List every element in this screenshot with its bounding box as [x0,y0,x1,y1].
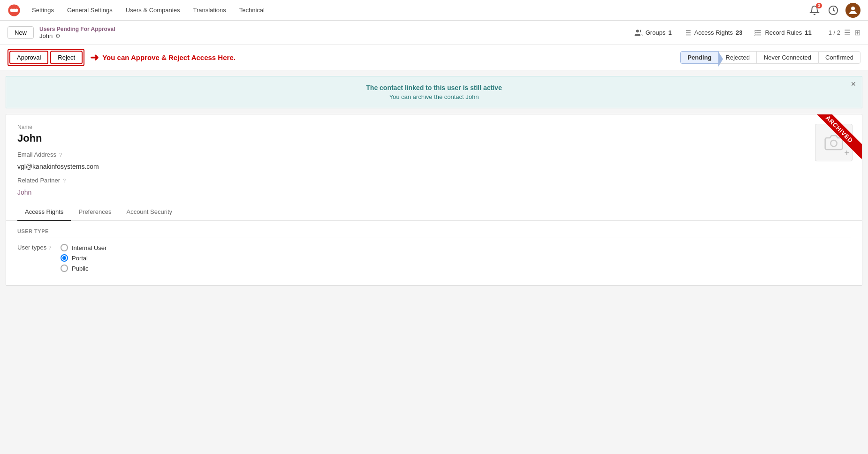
breadcrumb-current-label: John [39,32,53,39]
record-rules-label: Record Rules [765,29,802,36]
radio-internal-circle [61,244,68,251]
approval-button[interactable]: Approval [9,51,48,64]
nav-users-companies[interactable]: Users & Companies [120,4,186,16]
odoo-logo[interactable] [8,4,21,17]
name-label: Name [17,124,851,130]
user-avatar[interactable] [845,3,860,18]
record-rules-icon [754,29,762,37]
notification-icon[interactable]: 3 [808,4,821,17]
tab-preferences[interactable]: Preferences [71,204,119,221]
record-rules-count: 11 [805,29,811,36]
user-form: ARCHIVED + Name John Email Address ? vgl… [6,114,862,286]
status-pending[interactable]: Pending [680,51,718,64]
nav-general-settings[interactable]: General Settings [61,4,118,16]
section-user-type: USER TYPE [17,228,851,237]
groups-label: Groups [646,29,666,36]
notice-close-icon[interactable]: ✕ [851,80,856,88]
toolbar-right: 1 / 2 ☰ ⊞ [829,28,860,37]
camera-icon [824,133,843,152]
access-rights-stat[interactable]: Access Rights 23 [683,29,743,37]
groups-icon [634,29,643,37]
status-confirmed[interactable]: Confirmed [818,51,860,64]
main-content: ✕ The contact linked to this user is sti… [0,76,868,286]
radio-portal-label: Portal [72,255,88,262]
stat-buttons: Groups 1 Access Rights 23 Record Rules 1… [634,29,812,37]
partner-label: Related Partner [17,177,60,184]
clock-icon[interactable] [827,4,840,17]
email-label: Email Address [17,151,56,158]
breadcrumb-link[interactable]: Users Pending For Approval [39,26,115,32]
nav-translations[interactable]: Translations [187,4,231,16]
svg-point-6 [636,30,639,32]
tab-account-security[interactable]: Account Security [119,204,180,221]
notification-badge: 3 [816,3,822,8]
add-photo-icon: + [844,148,849,158]
radio-public[interactable]: Public [61,265,107,272]
svg-point-16 [830,140,837,146]
email-row: Email Address ? [17,151,851,158]
notice-subtitle: You can archive the contact John [14,93,854,100]
form-body: Name John Email Address ? vgl@kanakinfos… [6,114,862,285]
reject-button[interactable]: Reject [50,51,83,64]
email-help-icon[interactable]: ? [59,152,62,158]
annotation-text: You can Approve & Reject Access Here. [102,53,236,61]
breadcrumb-current: John ⚙ [39,32,115,39]
breadcrumb: Users Pending For Approval John ⚙ [39,26,115,39]
email-value: vgl@kanakinfosystems.com [17,163,851,170]
radio-internal-label: Internal User [72,244,107,251]
radio-public-label: Public [72,265,88,272]
svg-point-3 [15,8,18,12]
nav-menu: Settings General Settings Users & Compan… [26,4,270,16]
access-rights-label: Access Rights [694,29,733,36]
form-tabs: Access Rights Preferences Account Securi… [6,204,862,221]
name-value: John [17,132,851,144]
radio-portal-circle [61,254,68,262]
partner-help-icon[interactable]: ? [63,178,66,183]
pagination: 1 / 2 [829,29,840,36]
notice-banner: ✕ The contact linked to this user is sti… [6,76,862,108]
nav-right: 3 [808,3,860,18]
tab-content-access-rights: USER TYPE User types ? Internal User [17,221,851,272]
radio-portal[interactable]: Portal [61,254,107,262]
groups-stat[interactable]: Groups 1 [634,29,672,37]
notice-title: The contact linked to this user is still… [14,84,854,91]
user-type-row: User types ? Internal User Portal [17,244,851,272]
tab-access-rights[interactable]: Access Rights [17,204,71,221]
action-bar: Approval Reject ➜ You can Approve & Reje… [0,45,868,70]
status-rejected[interactable]: Rejected [719,51,757,64]
record-rules-stat[interactable]: Record Rules 11 [754,29,811,37]
user-type-label: User types ? [17,244,55,251]
main-toolbar: New Users Pending For Approval John ⚙ Gr… [0,21,868,45]
grid-view-icon[interactable]: ⊞ [854,28,860,37]
list-view-icon[interactable]: ☰ [844,28,851,37]
approval-reject-box: Approval Reject [8,49,84,66]
arrow-icon: ➜ [90,52,99,64]
svg-point-5 [851,7,855,10]
user-type-options: Internal User Portal Public [61,244,107,272]
access-rights-count: 23 [736,29,742,36]
photo-upload[interactable]: + [815,124,853,161]
annotation: ➜ You can Approve & Reject Access Here. [90,52,236,64]
settings-gear-icon[interactable]: ⚙ [55,33,61,39]
nav-technical[interactable]: Technical [234,4,270,16]
status-never-connected[interactable]: Never Connected [757,51,818,64]
groups-count: 1 [668,29,671,36]
top-navigation: Settings General Settings Users & Compan… [0,0,868,21]
radio-public-circle [61,265,68,272]
user-type-help-icon[interactable]: ? [48,245,51,250]
new-button[interactable]: New [8,26,34,39]
access-rights-icon [683,29,692,37]
partner-row: Related Partner ? [17,177,851,184]
partner-link[interactable]: John [17,189,31,196]
radio-internal-user[interactable]: Internal User [61,244,107,251]
nav-settings[interactable]: Settings [26,4,60,16]
status-bar: Pending Rejected Never Connected Confirm… [680,51,860,64]
